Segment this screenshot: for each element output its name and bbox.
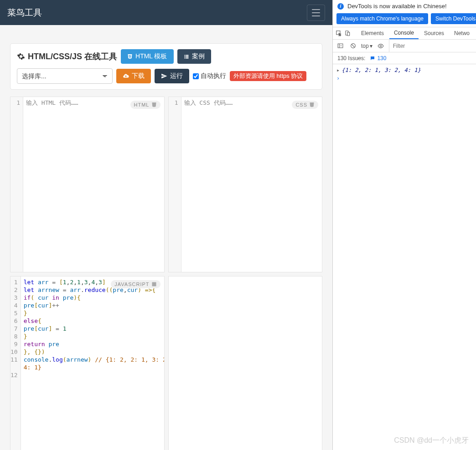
tool-card: HTML/CSS/JS 在线工具 HTML 模板 案例 选择库... 下载 [10,43,322,90]
html-editor[interactable]: 1 输入 HTML 代码…… HTML [10,97,165,272]
preview-pane [168,276,323,450]
auto-exec-checkbox[interactable]: 自动执行 [193,72,226,80]
tab-elements[interactable]: Elements [357,27,388,39]
navbar: 菜鸟工具 [0,0,332,25]
editor-grid: 1 输入 HTML 代码…… HTML 1 输入 CSS 代码…… CSS 12… [10,97,322,450]
issue-count-badge[interactable]: 130 [370,55,386,61]
console-prompt[interactable]: › [336,74,472,82]
line-gutter: 1 [10,97,23,272]
info-icon: i [337,3,344,10]
js-code-area[interactable]: let arr = [1,2,1,3,4,3]let arrnew = arr.… [21,276,165,450]
svg-point-6 [380,45,382,47]
devtools-panel: i DevTools is now available in Chinese! … [332,0,476,450]
js-editor[interactable]: 1234567891011 12 let arr = [1,2,1,3,4,3]… [10,276,165,450]
issues-bar[interactable]: 130 Issues: 130 [333,52,476,64]
sidebar-toggle-icon[interactable] [336,41,345,51]
scope-dropdown[interactable]: top▾ [361,43,373,49]
console-filter-input[interactable] [389,40,473,52]
switch-devtools-button[interactable]: Switch DevTools to C [431,13,476,24]
tab-console[interactable]: Console [389,27,419,39]
css-editor[interactable]: 1 输入 CSS 代码…… CSS [168,97,323,272]
examples-button[interactable]: 案例 [177,49,211,64]
devtools-tabs: Elements Console Sources Netwo [333,27,476,40]
message-icon [370,56,375,61]
clear-console-icon[interactable] [348,41,357,51]
line-gutter: 1234567891011 12 [10,276,21,450]
html-template-button[interactable]: HTML 模板 [121,49,173,64]
js-badge: JAVASCRIPT [111,280,160,288]
console-line[interactable]: ▸ {1: 2, 2: 1, 3: 2, 4: 1} [336,66,472,74]
device-icon[interactable] [343,29,351,38]
console-output[interactable]: ▸ {1: 2, 2: 1, 3: 2, 4: 1} › [333,64,476,450]
eye-icon[interactable] [376,41,385,51]
https-warning-badge: 外部资源请使用 https 协议 [230,71,306,81]
tool-title: HTML/CSS/JS 在线工具 [17,51,117,62]
css-badge: CSS [292,101,318,109]
html-code-area[interactable]: 输入 HTML 代码…… [23,97,164,272]
cloud-download-icon [123,73,129,79]
devtools-info-bar: i DevTools is now available in Chinese! [333,0,476,11]
css-code-area[interactable]: 输入 CSS 代码…… [181,97,322,272]
list-icon [184,54,189,59]
send-icon [161,73,167,79]
line-gutter: 1 [169,97,181,272]
shield-icon [127,54,133,59]
tab-sources[interactable]: Sources [419,27,449,39]
gear-icon [17,52,25,61]
auto-exec-input[interactable] [193,73,199,79]
brand-title: 菜鸟工具 [7,7,42,19]
inspect-icon[interactable] [335,29,342,38]
svg-rect-0 [152,282,156,286]
download-button[interactable]: 下载 [116,69,151,83]
expand-toggle-icon[interactable]: ▸ [336,67,340,73]
console-toolbar: top▾ [333,40,476,52]
match-language-button[interactable]: Always match Chrome's language [336,13,428,24]
chevron-right-icon: › [336,75,341,82]
run-button[interactable]: 运行 [155,69,189,83]
svg-rect-3 [347,32,350,36]
library-select[interactable]: 选择库... [17,68,113,84]
app-panel: 菜鸟工具 HTML/CSS/JS 在线工具 HTML 模板 案例 [0,0,332,450]
menu-toggle-button[interactable] [307,5,325,21]
html-badge: HTML [130,101,160,109]
tab-network[interactable]: Netwo [450,27,474,39]
